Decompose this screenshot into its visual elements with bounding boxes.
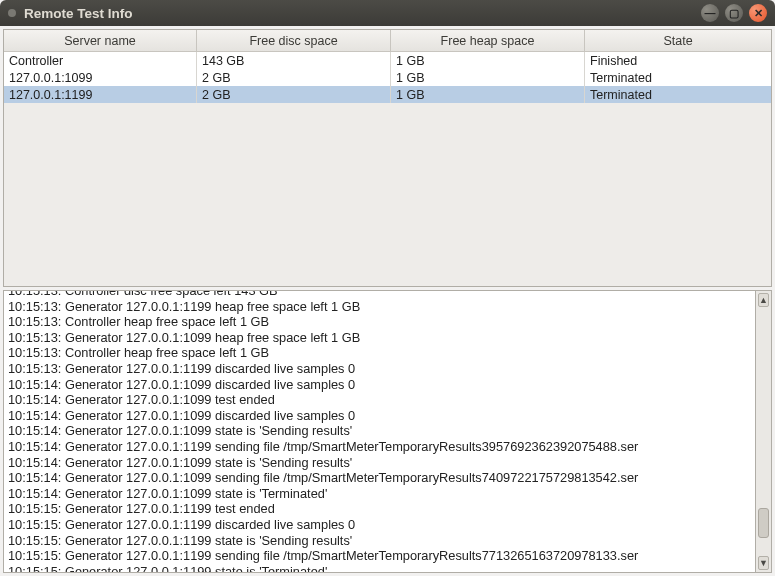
- log-line: 10:15:14: Generator 127.0.0.1:1099 disca…: [8, 377, 751, 393]
- log-line: 10:15:15: Generator 127.0.0.1:1199 sendi…: [8, 548, 751, 564]
- close-button[interactable]: ✕: [749, 4, 767, 22]
- log-line: 10:15:14: Generator 127.0.0.1:1199 sendi…: [8, 439, 751, 455]
- log-line: 10:15:13: Controller heap free space lef…: [8, 345, 751, 361]
- table-row[interactable]: 127.0.0.1:10992 GB1 GBTerminated: [4, 69, 771, 86]
- log-line: 10:15:14: Generator 127.0.0.1:1099 test …: [8, 392, 751, 408]
- table-row[interactable]: 127.0.0.1:11992 GB1 GBTerminated: [4, 86, 771, 103]
- table-row[interactable]: Controller143 GB1 GBFinished: [4, 52, 771, 69]
- log-line: 10:15:14: Generator 127.0.0.1:1099 state…: [8, 455, 751, 471]
- table-cell: 1 GB: [391, 52, 585, 69]
- maximize-button[interactable]: ▢: [725, 4, 743, 22]
- log-line: 10:15:15: Generator 127.0.0.1:1199 state…: [8, 533, 751, 549]
- log-line: 10:15:13: Controller heap free space lef…: [8, 314, 751, 330]
- table-header-row: Server name Free disc space Free heap sp…: [4, 30, 771, 52]
- scroll-up-button[interactable]: ▲: [758, 293, 769, 307]
- window-content: Server name Free disc space Free heap sp…: [0, 26, 775, 576]
- table-cell: Finished: [585, 52, 771, 69]
- table-cell: Controller: [4, 52, 197, 69]
- close-icon: ✕: [754, 8, 763, 19]
- log-line: 10:15:15: Generator 127.0.0.1:1199 test …: [8, 501, 751, 517]
- log-line: 10:15:13: Generator 127.0.0.1:1099 heap …: [8, 330, 751, 346]
- log-line: 10:15:13: Controller disc free space lef…: [8, 290, 751, 299]
- maximize-icon: ▢: [729, 8, 739, 19]
- col-server-name[interactable]: Server name: [4, 30, 197, 51]
- table-cell: 143 GB: [197, 52, 391, 69]
- table-cell: Terminated: [585, 69, 771, 86]
- scroll-thumb[interactable]: [758, 508, 769, 538]
- table-cell: 2 GB: [197, 69, 391, 86]
- table-body: Controller143 GB1 GBFinished127.0.0.1:10…: [4, 52, 771, 286]
- log-line: 10:15:13: Generator 127.0.0.1:1199 heap …: [8, 299, 751, 315]
- server-table: Server name Free disc space Free heap sp…: [3, 29, 772, 287]
- log-line: 10:15:14: Generator 127.0.0.1:1099 state…: [8, 486, 751, 502]
- table-cell: 127.0.0.1:1199: [4, 86, 197, 103]
- col-free-heap-space[interactable]: Free heap space: [391, 30, 585, 51]
- col-state[interactable]: State: [585, 30, 771, 51]
- log-line: 10:15:14: Generator 127.0.0.1:1099 disca…: [8, 408, 751, 424]
- log-area: 10:15:13: Controller disc free space lef…: [3, 290, 772, 573]
- log-scrollbar[interactable]: ▲ ▼: [756, 290, 772, 573]
- app-indicator-icon: [8, 9, 16, 17]
- window-buttons: — ▢ ✕: [701, 4, 767, 22]
- table-cell: 1 GB: [391, 69, 585, 86]
- table-cell: Terminated: [585, 86, 771, 103]
- table-cell: 1 GB: [391, 86, 585, 103]
- col-free-disc-space[interactable]: Free disc space: [197, 30, 391, 51]
- log-line: 10:15:14: Generator 127.0.0.1:1099 state…: [8, 423, 751, 439]
- scroll-down-button[interactable]: ▼: [758, 556, 769, 570]
- table-cell: 127.0.0.1:1099: [4, 69, 197, 86]
- log-line: 10:15:13: Generator 127.0.0.1:1199 disca…: [8, 361, 751, 377]
- minimize-button[interactable]: —: [701, 4, 719, 22]
- window-titlebar[interactable]: Remote Test Info — ▢ ✕: [0, 0, 775, 26]
- log-line: 10:15:15: Generator 127.0.0.1:1199 state…: [8, 564, 751, 573]
- log-pane[interactable]: 10:15:13: Controller disc free space lef…: [3, 290, 756, 573]
- minimize-icon: —: [705, 8, 716, 19]
- log-line: 10:15:14: Generator 127.0.0.1:1099 sendi…: [8, 470, 751, 486]
- window-title: Remote Test Info: [24, 6, 701, 21]
- log-line: 10:15:15: Generator 127.0.0.1:1199 disca…: [8, 517, 751, 533]
- table-cell: 2 GB: [197, 86, 391, 103]
